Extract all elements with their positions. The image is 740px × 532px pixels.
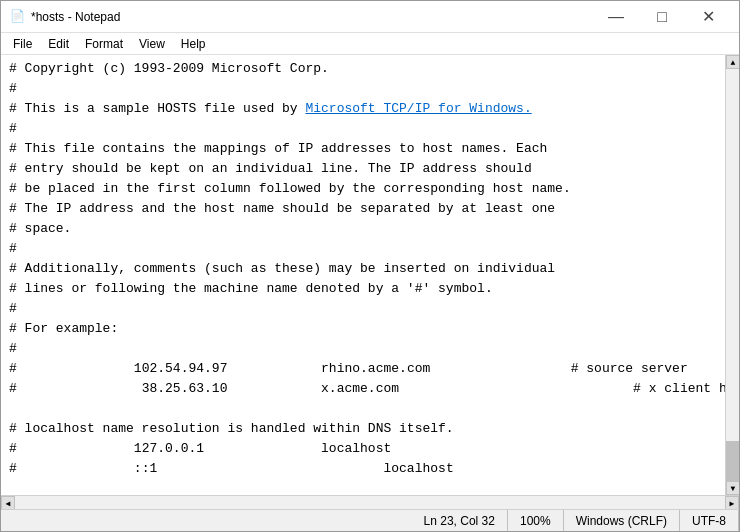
scroll-right-button[interactable]: ▶ [725,496,739,510]
scroll-up-button[interactable]: ▲ [726,55,739,69]
line-22 [9,479,717,495]
line-7: # be placed in the first column followed… [9,179,717,199]
maximize-button[interactable]: □ [639,1,685,33]
line-16: # 102.54.94.97 rhino.acme.com # source s… [9,359,717,379]
minimize-button[interactable]: — [593,1,639,33]
content-area: # Copyright (c) 1993-2009 Microsoft Corp… [1,55,739,495]
menu-format[interactable]: Format [77,35,131,53]
menu-file[interactable]: File [5,35,40,53]
line-3: # This is a sample HOSTS file used by Mi… [9,99,717,119]
status-zoom: 100% [508,510,564,531]
window-title: *hosts - Notepad [31,10,120,24]
main-window: 📄 *hosts - Notepad — □ ✕ File Edit Forma… [0,0,740,532]
line-20: # 127.0.0.1 localhost [9,439,717,459]
line-4: # [9,119,717,139]
status-position: Ln 23, Col 32 [412,510,508,531]
title-bar-left: 📄 *hosts - Notepad [9,9,120,25]
scroll-left-button[interactable]: ◀ [1,496,15,510]
menu-edit[interactable]: Edit [40,35,77,53]
app-icon: 📄 [9,9,25,25]
line-18 [9,399,717,419]
line-6: # entry should be kept on an individual … [9,159,717,179]
line-13: # [9,299,717,319]
line-2: # [9,79,717,99]
line-14: # For example: [9,319,717,339]
status-bar: Ln 23, Col 32 100% Windows (CRLF) UTF-8 [1,509,739,531]
line-19: # localhost name resolution is handled w… [9,419,717,439]
line-1: # Copyright (c) 1993-2009 Microsoft Corp… [9,59,717,79]
status-line-ending: Windows (CRLF) [564,510,680,531]
line-11: # Additionally, comments (such as these)… [9,259,717,279]
title-bar: 📄 *hosts - Notepad — □ ✕ [1,1,739,33]
status-encoding: UTF-8 [680,510,739,531]
line-8: # The IP address and the host name shoul… [9,199,717,219]
scroll-h-track[interactable] [15,496,725,509]
scroll-track[interactable] [726,69,739,481]
line-21: # ::1 localhost [9,459,717,479]
line-9: # space. [9,219,717,239]
line-17: # 38.25.63.10 x.acme.com # x client host [9,379,717,399]
menu-bar: File Edit Format View Help [1,33,739,55]
vertical-scrollbar[interactable]: ▲ ▼ [725,55,739,495]
line-12: # lines or following the machine name de… [9,279,717,299]
line-10: # [9,239,717,259]
title-bar-controls: — □ ✕ [593,1,731,33]
horizontal-scrollbar[interactable]: ◀ ▶ [1,495,739,509]
close-button[interactable]: ✕ [685,1,731,33]
microsoft-tcpip-link: Microsoft TCP/IP for Windows. [305,101,531,116]
line-5: # This file contains the mappings of IP … [9,139,717,159]
menu-help[interactable]: Help [173,35,214,53]
menu-view[interactable]: View [131,35,173,53]
scroll-thumb[interactable] [726,441,739,481]
text-editor[interactable]: # Copyright (c) 1993-2009 Microsoft Corp… [1,55,725,495]
line-15: # [9,339,717,359]
scroll-down-button[interactable]: ▼ [726,481,739,495]
